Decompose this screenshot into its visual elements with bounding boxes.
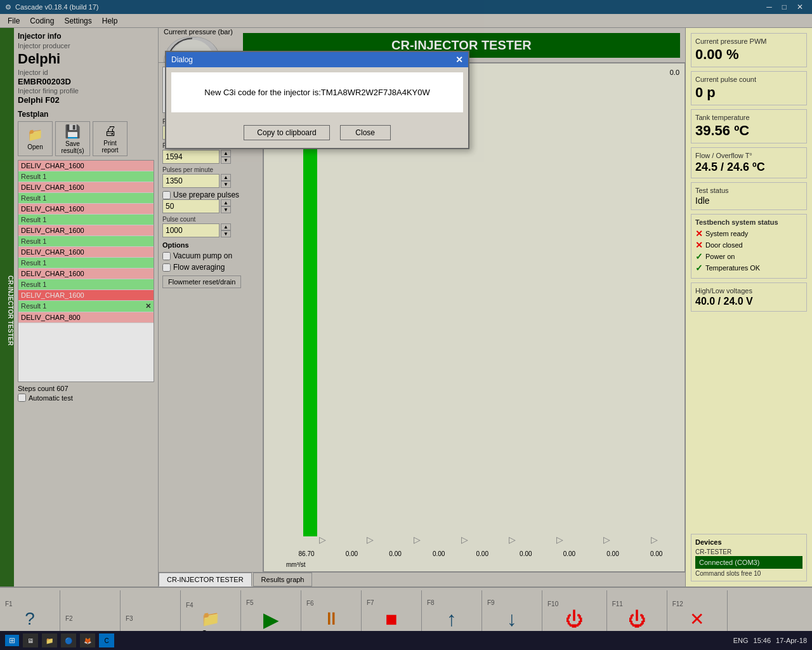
dialog-title-bar: Dialog ✕ [166, 52, 468, 67]
close-dialog-button[interactable]: Close [340, 125, 391, 140]
dialog-close-button[interactable]: ✕ [455, 55, 463, 65]
dialog-content: New C3i code for the injector is:TM1A8WR… [171, 72, 463, 112]
dialog-buttons: Copy to clipboard Close [166, 117, 468, 148]
dialog-overlay: Dialog ✕ New C3i code for the injector i… [0, 0, 812, 650]
dialog-title: Dialog [171, 55, 193, 64]
dialog-message: New C3i code for the injector is:TM1A8WR… [184, 88, 450, 97]
copy-to-clipboard-button[interactable]: Copy to clipboard [244, 125, 329, 140]
dialog: Dialog ✕ New C3i code for the injector i… [165, 51, 469, 149]
